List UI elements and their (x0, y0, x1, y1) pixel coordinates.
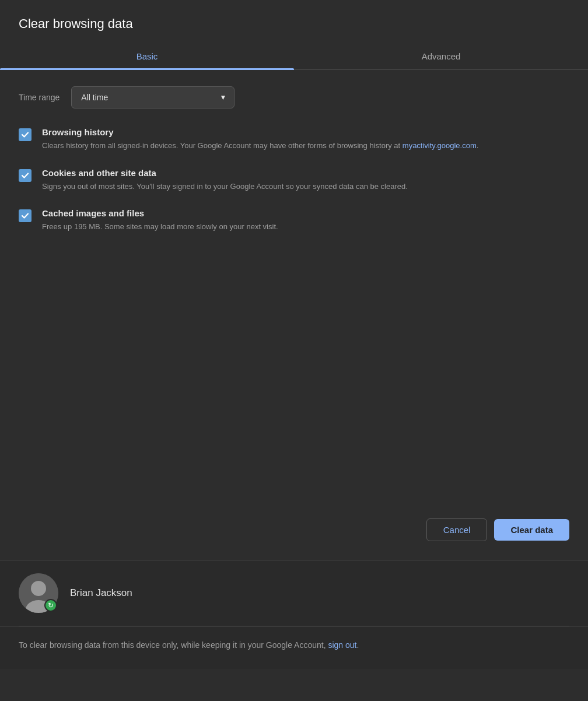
browsing-history-text: Browsing history Clears history from all… (42, 127, 478, 152)
cached-checkbox[interactable] (19, 209, 32, 222)
tab-basic[interactable]: Basic (0, 43, 294, 69)
time-range-row: Time range Last hour Last 24 hours Last … (19, 86, 569, 108)
cancel-button[interactable]: Cancel (426, 518, 488, 541)
list-item: Cached images and files Frees up 195 MB.… (19, 208, 569, 233)
profile-footer-text: To clear browsing data from this device … (0, 626, 588, 669)
time-range-label: Time range (19, 93, 60, 102)
sync-badge: ↻ (44, 599, 57, 612)
cached-title: Cached images and files (42, 208, 278, 218)
tab-advanced[interactable]: Advanced (294, 43, 588, 69)
clear-data-button[interactable]: Clear data (494, 519, 569, 541)
dialog-body: Time range Last hour Last 24 hours Last … (0, 70, 588, 504)
list-item: Cookies and other site data Signs you ou… (19, 168, 569, 192)
cookies-desc: Signs you out of most sites. You'll stay… (42, 181, 408, 192)
cached-desc: Frees up 195 MB. Some sites may load mor… (42, 221, 278, 233)
sign-out-link[interactable]: sign out (328, 640, 356, 650)
cookies-text: Cookies and other site data Signs you ou… (42, 168, 408, 192)
list-item: Browsing history Clears history from all… (19, 127, 569, 152)
dialog-footer: Cancel Clear data (0, 504, 588, 560)
sync-icon: ↻ (48, 601, 54, 609)
dialog-title: Clear browsing data (0, 0, 588, 43)
browsing-history-checkbox[interactable] (19, 128, 32, 141)
cookies-title: Cookies and other site data (42, 168, 408, 178)
clear-browsing-data-dialog: Clear browsing data Basic Advanced Time … (0, 0, 588, 560)
checkbox-items: Browsing history Clears history from all… (19, 127, 569, 233)
profile-name: Brian Jackson (70, 587, 132, 599)
svg-point-1 (31, 581, 46, 596)
time-range-select[interactable]: Last hour Last 24 hours Last 7 days Last… (71, 86, 235, 108)
myactivity-link[interactable]: myactivity.google.com (402, 141, 477, 150)
cached-text: Cached images and files Frees up 195 MB.… (42, 208, 278, 233)
browsing-history-title: Browsing history (42, 127, 478, 137)
profile-section: ↻ Brian Jackson To clear browsing data f… (0, 560, 588, 669)
profile-row: ↻ Brian Jackson (0, 560, 588, 626)
cookies-checkbox[interactable] (19, 169, 32, 182)
avatar-wrapper: ↻ (19, 573, 58, 613)
time-range-select-wrapper: Last hour Last 24 hours Last 7 days Last… (71, 86, 235, 108)
browsing-history-desc: Clears history from all signed-in device… (42, 140, 478, 152)
tabs-container: Basic Advanced (0, 43, 588, 70)
